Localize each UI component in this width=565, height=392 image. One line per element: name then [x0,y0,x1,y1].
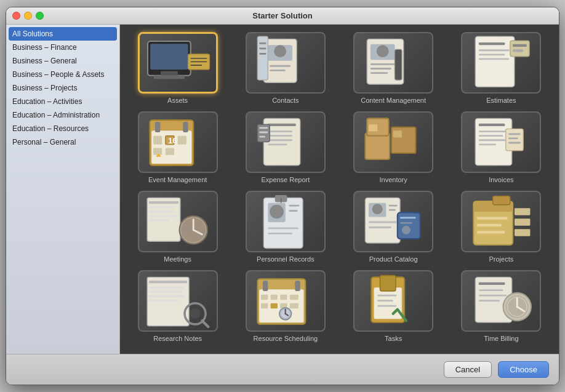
grid-item-label-personnel-records: Personnel Records [257,255,315,263]
grid-item-personnel-records[interactable]: Personnel Records [235,191,335,263]
cancel-button[interactable]: Cancel [444,361,492,378]
minimize-button[interactable] [24,12,32,20]
grid-item-label-assets: Assets [167,97,188,104]
svg-rect-69 [149,207,175,209]
svg-rect-138 [479,282,505,285]
grid-item-invoices[interactable]: Invoices [451,111,551,183]
svg-rect-83 [268,233,293,234]
icon-box-content-management [353,32,433,94]
grid-item-label-expense-report: Expense Report [261,176,310,183]
svg-rect-36 [153,136,162,145]
grid-item-event-management[interactable]: 16 Event Management [127,111,228,183]
choose-button[interactable]: Choose [498,361,549,378]
svg-rect-2 [161,71,178,76]
svg-rect-107 [149,281,187,283]
close-button[interactable] [12,12,20,20]
grid-item-label-estimates: Estimates [486,97,516,104]
svg-rect-126 [290,303,299,309]
grid-item-label-research-notes: Research Notes [153,335,202,342]
titlebar: Starter Solution [6,7,559,25]
svg-rect-11 [270,65,291,67]
grid-item-time-billing[interactable]: Time Billing [451,270,551,342]
svg-rect-136 [378,305,397,307]
svg-rect-31 [513,50,523,52]
svg-rect-25 [479,42,505,45]
svg-rect-28 [479,58,510,60]
sidebar: All SolutionsBusiness – FinanceBusiness … [6,25,120,354]
svg-rect-132 [374,288,402,319]
svg-rect-35 [183,122,188,132]
svg-rect-134 [378,295,397,297]
icon-box-time-billing [461,270,541,332]
grid-item-inventory[interactable]: Inventory [343,111,444,183]
svg-rect-49 [259,127,268,129]
svg-rect-12 [270,70,286,71]
svg-rect-50 [259,132,268,134]
svg-rect-100 [477,217,508,220]
grid-item-research-notes[interactable]: Research Notes [127,270,228,342]
icon-box-invoices [461,111,541,173]
svg-rect-15 [259,48,266,50]
grid-item-tasks[interactable]: Tasks [343,270,444,342]
icon-box-estimates [461,32,541,94]
grid-item-label-invoices: Invoices [489,176,513,183]
grid-item-estimates[interactable]: Estimates [451,32,551,104]
icon-box-resource-scheduling [246,270,326,332]
svg-rect-66 [508,142,521,144]
svg-rect-44 [268,131,293,133]
grid-item-meetings[interactable]: Meetings [127,191,228,263]
grid-item-projects[interactable]: Projects [451,191,551,263]
svg-rect-47 [268,144,287,146]
svg-rect-82 [268,228,299,230]
svg-rect-124 [271,303,278,309]
grid-item-label-tasks: Tasks [385,335,402,342]
traffic-lights [12,12,44,20]
svg-rect-117 [263,281,268,291]
sidebar-item-business-people[interactable]: Business – People & Assets [6,68,119,81]
sidebar-item-business-general[interactable]: Business – General [6,54,119,68]
sidebar-item-business-finance[interactable]: Business – Finance [6,41,119,54]
sidebar-item-business-projects[interactable]: Business – Projects [6,81,119,95]
sidebar-item-all-solutions[interactable]: All Solutions [9,27,117,41]
svg-point-114 [190,309,200,319]
svg-rect-27 [479,54,505,56]
grid-item-product-catalog[interactable]: Product Catalog [343,191,444,263]
svg-text:16: 16 [168,137,177,146]
grid-item-contacts[interactable]: Contacts [235,32,335,104]
svg-rect-81 [289,210,298,212]
svg-point-10 [274,46,286,58]
svg-rect-92 [369,227,391,229]
grid-item-label-contacts: Contacts [272,97,299,104]
solutions-grid: Assets Contacts Content Management [127,32,551,342]
icon-box-product-catalog [353,191,433,252]
svg-rect-65 [508,138,518,140]
svg-rect-39 [178,136,186,145]
svg-rect-99 [492,196,510,205]
svg-rect-95 [400,222,412,224]
svg-rect-20 [371,63,397,65]
svg-rect-70 [149,211,174,213]
sidebar-item-education-resources[interactable]: Education – Resources [6,122,119,135]
grid-item-resource-scheduling[interactable]: Resource Scheduling [235,270,335,342]
svg-rect-64 [508,134,521,135]
grid-item-expense-report[interactable]: Expense Report [235,111,335,183]
svg-rect-135 [378,300,394,302]
svg-rect-22 [371,73,388,74]
grid-item-content-management[interactable]: Content Management [343,32,444,104]
svg-rect-133 [380,276,396,292]
svg-rect-93 [398,213,420,239]
maximize-button[interactable] [36,12,44,20]
svg-rect-61 [479,140,508,142]
svg-rect-52 [366,134,390,160]
sidebar-item-education-activities[interactable]: Education – Activities [6,95,119,108]
svg-rect-120 [271,295,278,300]
grid-item-assets[interactable]: Assets [127,32,228,104]
window-title: Starter Solution [252,11,313,20]
svg-rect-23 [395,50,402,81]
svg-rect-71 [149,215,177,217]
svg-rect-55 [369,125,377,132]
svg-rect-121 [280,295,287,300]
sidebar-item-education-admin[interactable]: Education – Administration [6,108,119,122]
sidebar-item-personal-general[interactable]: Personal – General [6,135,119,149]
svg-rect-105 [515,230,531,236]
